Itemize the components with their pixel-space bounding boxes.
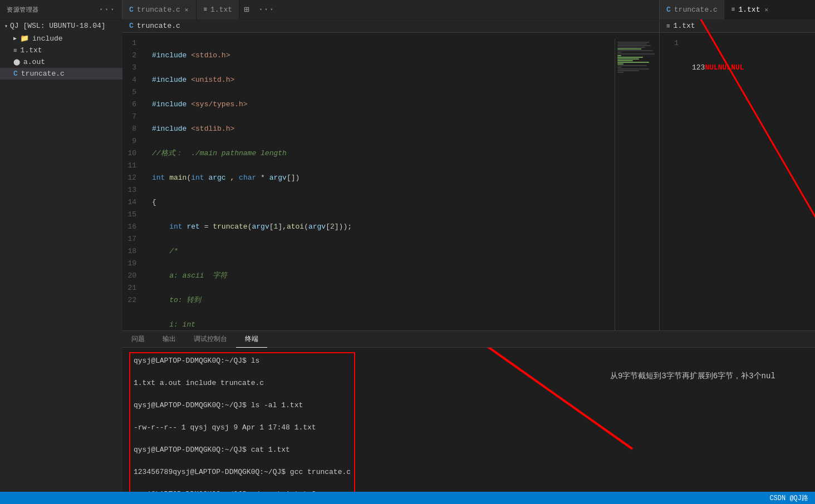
root-arrow-icon: ▾ (4, 23, 8, 29)
terminal-line-5: qysj@LAPTOP-DDMQGK0Q:~/QJ$ cat 1.txt (134, 444, 351, 456)
sidebar-item-include-label: include (32, 34, 63, 43)
sidebar-title-bar: 资源管理器 ··· (0, 0, 122, 19)
right-code-line-1: 123NULNULNUL (692, 62, 815, 74)
code-content: #include <stdio.h> #include <unistd.h> #… (148, 33, 659, 330)
panel-content: qysj@LAPTOP-DDMQGK0Q:~/QJ$ ls 1.txt a.ou… (122, 348, 815, 492)
annotation-area: 从9字节截短到3字节再扩展到6字节，补3个nul (603, 348, 815, 492)
editor-area: C truncate.c 1234 5678 9101112 13141516 … (122, 19, 815, 330)
terminal-line-3: qysj@LAPTOP-DDMQGK0Q:~/QJ$ ls -al 1.txt (134, 400, 351, 411)
include-arrow-icon: ▶ (13, 35, 17, 42)
tab-1txt-label: 1.txt (210, 6, 232, 14)
terminal-line-7: qysj@LAPTOP-DDMQGK0Q:~/QJ$ ./a.out 1.txt… (134, 489, 351, 492)
code-area[interactable]: 1234 5678 9101112 13141516 17181920 2122… (122, 33, 659, 330)
txt-file-icon-right: ≡ (731, 6, 735, 13)
tab-1txt-right-label: 1.txt (738, 6, 760, 14)
editor-header-left-label: truncate.c (137, 22, 180, 30)
terminal-line-1: qysj@LAPTOP-DDMQGK0Q:~/QJ$ ls (134, 355, 351, 367)
editor-header-right-label: 1.txt (674, 22, 695, 30)
sidebar-root-header[interactable]: ▾ QJ [WSL: UBUNTU-18.04] (0, 19, 122, 32)
tab-output[interactable]: 输出 (154, 331, 185, 348)
sidebar: ▾ QJ [WSL: UBUNTU-18.04] ▶ 📁 include ≡ 1… (0, 19, 122, 492)
status-right-text: CSDN @QJ路 (769, 493, 808, 503)
header-c-icon: C (129, 22, 134, 30)
panel-tabs: 问题 输出 调试控制台 终端 (122, 331, 815, 348)
sidebar-more-icon[interactable]: ··· (99, 4, 115, 14)
sidebar-item-1txt-label: 1.txt (21, 46, 42, 55)
editor-pane-right: ≡ 1.txt 1 123NULNULNUL (659, 19, 815, 330)
right-line1-nul: NULNULNUL (705, 63, 744, 72)
arrow-overlay (660, 182, 815, 331)
left-panel: C truncate.c 1234 5678 9101112 13141516 … (122, 19, 815, 492)
sidebar-item-1txt[interactable]: ≡ 1.txt (0, 45, 122, 56)
c-file-icon: C (129, 6, 134, 14)
tab-truncate-c-label: truncate.c (137, 6, 180, 14)
tab-1txt-right[interactable]: ≡ 1.txt ✕ (725, 0, 777, 19)
c-file-icon-right: C (666, 6, 671, 14)
tab-bar-right: C truncate.c ≡ 1.txt ✕ (659, 0, 815, 19)
annotation-inner: 从9字节截短到3字节再扩展到6字节，补3个nul (610, 354, 808, 485)
tab-truncate-c-close[interactable]: ✕ (184, 5, 190, 14)
sidebar-item-truncatec[interactable]: C truncate.c (0, 68, 122, 80)
tab-debug-console[interactable]: 调试控制台 (185, 331, 236, 348)
content-row: ▾ QJ [WSL: UBUNTU-18.04] ▶ 📁 include ≡ 1… (0, 19, 815, 492)
layout-icon[interactable]: ⊞ (239, 4, 254, 15)
terminal-red-box: qysj@LAPTOP-DDMQGK0Q:~/QJ$ ls 1.txt a.ou… (129, 352, 355, 492)
terminal-area[interactable]: qysj@LAPTOP-DDMQGK0Q:~/QJ$ ls 1.txt a.ou… (122, 348, 603, 492)
sidebar-title-text: 资源管理器 (7, 6, 39, 14)
tab-truncate-c-left[interactable]: C truncate.c ✕ (122, 0, 197, 19)
tab-bar: 资源管理器 ··· C truncate.c ✕ ≡ 1.txt ⊞ ··· C… (0, 0, 815, 19)
minimap-content (615, 39, 659, 76)
minimap (615, 39, 659, 330)
editor-pane-left: C truncate.c 1234 5678 9101112 13141516 … (122, 19, 659, 330)
tab-1txt-left[interactable]: ≡ 1.txt (197, 0, 239, 19)
tab-truncate-c-right-label: truncate.c (674, 6, 718, 14)
right-line1-text: 123 (692, 63, 705, 72)
sidebar-root-label: QJ [WSL: UBUNTU-18.04] (10, 22, 106, 30)
sidebar-item-truncatec-label: truncate.c (21, 70, 65, 78)
header-txt-icon: ≡ (666, 23, 670, 29)
tab-issues[interactable]: 问题 (122, 331, 154, 348)
terminal-line-2: 1.txt a.out include truncate.c (134, 378, 351, 389)
status-bar: CSDN @QJ路 (0, 492, 815, 504)
editor-pane-right-header: ≡ 1.txt (660, 19, 815, 33)
right-code-content: 123NULNULNUL (688, 33, 815, 182)
folder-icon: 📁 (20, 34, 29, 43)
aout-icon: ⬤ (13, 58, 20, 66)
c-sidebar-icon: C (13, 70, 18, 78)
sidebar-item-include[interactable]: ▶ 📁 include (0, 32, 122, 45)
line-numbers: 1234 5678 9101112 13141516 17181920 2122 (122, 33, 148, 330)
tab-terminal[interactable]: 终端 (236, 331, 267, 348)
sidebar-item-aout-label: a.out (23, 58, 45, 66)
tab-more-icon[interactable]: ··· (254, 4, 279, 14)
tab-bar-left: 资源管理器 ··· C truncate.c ✕ ≡ 1.txt ⊞ ··· (0, 0, 659, 19)
tab-truncate-c-right[interactable]: C truncate.c (660, 0, 725, 19)
tab-1txt-right-close[interactable]: ✕ (763, 5, 769, 14)
terminal-line-6: 123456789qysj@LAPTOP-DDMQGK0Q:~/QJ$ gcc … (134, 467, 351, 478)
terminal-line-4: -rw-r--r-- 1 qysj qysj 9 Apr 1 17:48 1.t… (134, 422, 351, 433)
right-code-area[interactable]: 1 123NULNULNUL (660, 33, 815, 182)
annotation-text: 从9字节截短到3字节再扩展到6字节，补3个nul (610, 371, 808, 381)
txt-file-icon: ≡ (203, 6, 207, 13)
right-line-numbers: 1 (660, 33, 688, 182)
sidebar-item-aout[interactable]: ⬤ a.out (0, 56, 122, 68)
panel: 问题 输出 调试控制台 终端 qysj@LAPTOP-DDMQGK0Q:~/QJ… (122, 330, 815, 492)
txt-sidebar-icon: ≡ (13, 47, 17, 54)
editor-pane-left-header: C truncate.c (122, 19, 659, 33)
